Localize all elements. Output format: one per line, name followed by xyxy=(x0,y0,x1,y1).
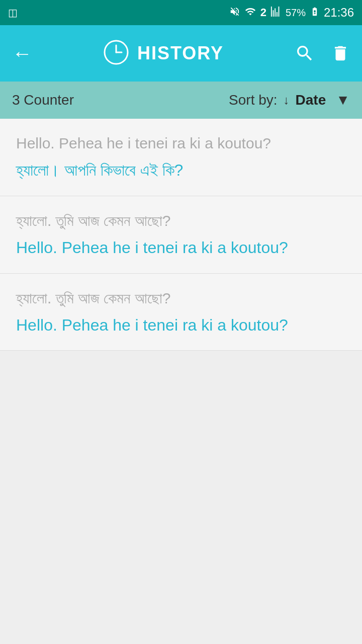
sort-controls[interactable]: Sort by: ↓ Date ▼ xyxy=(229,92,350,108)
app-bar-title: HISTORY xyxy=(137,43,224,64)
battery-text: 57% xyxy=(286,7,306,19)
app-bar-center: HISTORY xyxy=(103,39,224,67)
history-item[interactable]: হ্যালো. তুমি আজ কেমন আছো?Hello. Pehea he… xyxy=(0,196,362,274)
sort-bar: 3 Counter Sort by: ↓ Date ▼ xyxy=(0,82,362,119)
chevron-down-icon[interactable]: ▼ xyxy=(336,92,350,108)
wifi-icon xyxy=(244,6,256,20)
delete-button[interactable] xyxy=(331,43,350,64)
status-time: 21:36 xyxy=(324,6,354,20)
app-bar: ← HISTORY xyxy=(0,25,362,82)
history-item-original: Hello. Pehea he i tenei ra ki a koutou? xyxy=(16,133,346,154)
history-item-translated: Hello. Pehea he i tenei ra ki a koutou? xyxy=(16,314,346,337)
status-bar-right: 2 57% 21:36 xyxy=(229,6,354,20)
search-icon xyxy=(295,43,315,63)
status-bar: ◫ 2 57% 21:36 xyxy=(0,0,362,25)
history-clock-icon xyxy=(103,39,129,67)
history-item-original: হ্যালো. তুমি আজ কেমন আছো? xyxy=(16,210,346,231)
back-arrow-icon: ← xyxy=(12,42,32,65)
mute-icon xyxy=(229,6,240,20)
history-list: Hello. Pehea he i tenei ra ki a koutou?হ… xyxy=(0,119,362,351)
history-item-original: হ্যালো. তুমি আজ কেমন আছো? xyxy=(16,288,346,309)
battery-icon xyxy=(310,6,320,20)
app-bar-actions xyxy=(295,43,350,64)
back-button[interactable]: ← xyxy=(12,42,32,65)
history-item-translated: হ্যালো। আপনি কিভাবে এই কি? xyxy=(16,159,346,182)
sort-direction-icon: ↓ xyxy=(284,93,290,107)
sort-value-label: Date xyxy=(296,92,326,108)
notification-badge: 2 xyxy=(260,6,266,19)
search-button[interactable] xyxy=(295,43,315,63)
signal-icon xyxy=(270,6,282,20)
history-item-translated: Hello. Pehea he i tenei ra ki a koutou? xyxy=(16,236,346,259)
history-item[interactable]: Hello. Pehea he i tenei ra ki a koutou?হ… xyxy=(0,119,362,196)
counter-label: 3 Counter xyxy=(12,92,74,108)
status-bar-left: ◫ xyxy=(8,7,18,19)
history-item[interactable]: হ্যালো. তুমি আজ কেমন আছো?Hello. Pehea he… xyxy=(0,274,362,351)
sort-by-label: Sort by: xyxy=(229,92,277,108)
screen-icon: ◫ xyxy=(8,7,18,19)
delete-icon xyxy=(331,43,350,64)
